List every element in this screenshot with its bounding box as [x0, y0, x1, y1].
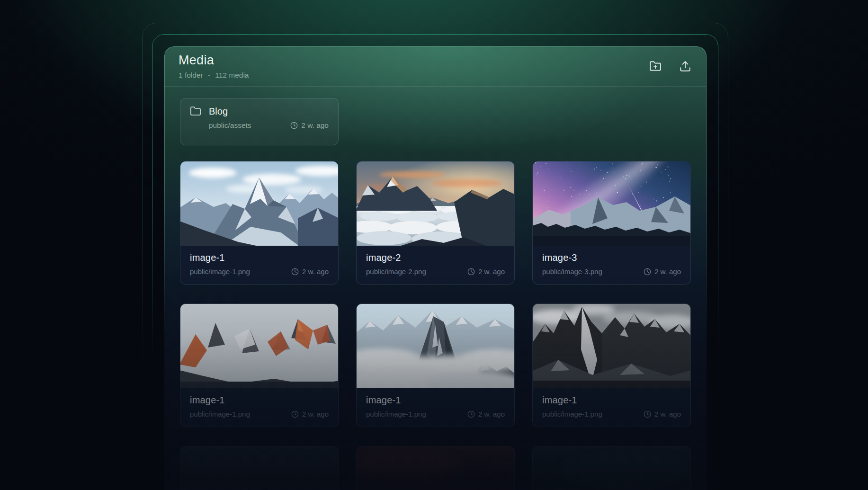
clock-icon: [644, 410, 651, 418]
folder-row: Blog public/assets 2 w. ago: [180, 98, 691, 145]
media-name: image-1: [542, 395, 681, 406]
clock-icon: [291, 410, 299, 418]
thumbnail-image: [180, 304, 338, 388]
folder-name: Blog: [209, 106, 228, 117]
folder-icon: [190, 106, 201, 117]
stats-separator: •: [208, 73, 210, 78]
folder-path: public/assets: [209, 121, 251, 130]
media-modified-time: 2 w. ago: [644, 267, 681, 276]
thumbnail-image: [357, 161, 514, 246]
media-name: image-2: [366, 252, 505, 263]
clock-icon: [644, 268, 651, 276]
media-card-image-2[interactable]: image-2 public/image-2.png 2 w. ago: [356, 161, 515, 285]
panel-header: Media 1 folder • 112 media: [164, 46, 707, 87]
media-card-image-3[interactable]: image-3 public/image-3.png 2 w. ago: [532, 161, 691, 285]
new-folder-button[interactable]: [648, 59, 662, 73]
media-count: 112 media: [215, 71, 249, 80]
media-path: public/image-2.png: [366, 267, 426, 276]
media-card-image-1[interactable]: image-1 public/image-1.png 2 w. ago: [180, 303, 339, 427]
media-modified-time: 2 w. ago: [291, 267, 329, 276]
clock-icon: [290, 122, 298, 129]
upload-button[interactable]: [678, 59, 692, 73]
media-modified-time: 2 w. ago: [291, 410, 329, 418]
thumbnail-image: [533, 161, 690, 246]
library-stats: 1 folder • 112 media: [179, 71, 249, 80]
thumbnail-image: [357, 446, 514, 490]
media-card-partial-7[interactable]: [180, 446, 339, 490]
header-actions: [648, 59, 692, 73]
media-name: image-1: [366, 395, 505, 406]
media-name: image-1: [190, 395, 329, 406]
media-card-image-1[interactable]: image-1 public/image-1.png 2 w. ago: [356, 303, 515, 427]
folder-count: 1 folder: [179, 71, 203, 80]
media-library-page: { "header": { "title": "Media", "folders…: [0, 0, 868, 490]
clock-icon: [291, 268, 299, 276]
media-panel: Media 1 folder • 112 media: [164, 46, 707, 490]
panel-content: Blog public/assets 2 w. ago: [164, 98, 707, 490]
media-path: public/image-1.png: [366, 410, 426, 418]
media-name: image-3: [542, 252, 681, 263]
thumbnail-image: [180, 446, 338, 490]
clock-icon: [467, 268, 475, 276]
media-card-image-1[interactable]: image-1 public/image-1.png 2 w. ago: [532, 303, 691, 427]
media-card-partial-9[interactable]: [532, 446, 691, 490]
header-titles: Media 1 folder • 112 media: [179, 53, 249, 80]
media-path: public/image-1.png: [190, 410, 250, 418]
media-card-partial-8[interactable]: [356, 446, 515, 490]
media-path: public/image-1.png: [190, 267, 250, 276]
media-name: image-1: [190, 252, 329, 263]
media-modified-time: 2 w. ago: [467, 267, 505, 276]
media-grid: image-1 public/image-1.png 2 w. ago: [180, 161, 691, 490]
media-path: public/image-1.png: [542, 410, 602, 418]
media-modified-time: 2 w. ago: [644, 410, 681, 418]
clock-icon: [467, 410, 475, 418]
upload-icon: [679, 60, 691, 72]
thumbnail-image: [180, 161, 338, 246]
thumbnail-image: [357, 304, 514, 388]
media-modified-time: 2 w. ago: [467, 410, 505, 418]
thumbnail-image: [533, 304, 690, 388]
folder-modified-time: 2 w. ago: [290, 121, 329, 130]
media-card-image-1[interactable]: image-1 public/image-1.png 2 w. ago: [180, 161, 339, 285]
page-title: Media: [179, 53, 249, 68]
folder-card-blog[interactable]: Blog public/assets 2 w. ago: [180, 98, 339, 145]
folder-plus-icon: [649, 60, 662, 72]
thumbnail-image: [533, 446, 690, 490]
media-path: public/image-3.png: [542, 267, 602, 276]
